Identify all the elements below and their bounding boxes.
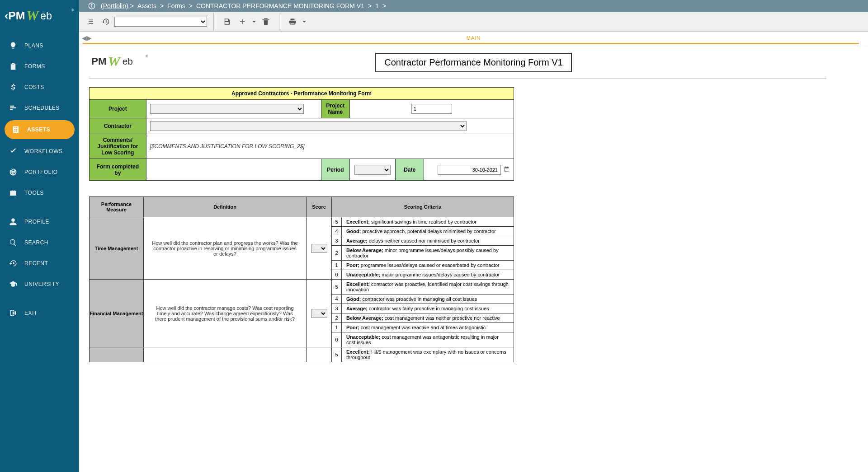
project-name-input[interactable] [411, 104, 452, 114]
graduation-icon [8, 279, 18, 289]
sidebar-item-plans[interactable]: PLANS [0, 35, 79, 56]
sidebar-item-label: PORTFOLIO [24, 169, 58, 175]
svg-text:‹PM: ‹PM [5, 9, 25, 22]
svg-text:W: W [26, 8, 40, 23]
user-icon [8, 217, 18, 227]
calendar-icon[interactable] [504, 166, 510, 173]
svg-point-6 [91, 4, 92, 5]
tab-main[interactable]: MAIN [467, 32, 481, 44]
tab-prev-icon[interactable]: ◀ [82, 34, 87, 42]
sidebar-item-label: PLANS [24, 42, 43, 49]
label-project-name: Project Name [321, 100, 349, 118]
check-icon [8, 146, 18, 156]
score-select[interactable] [311, 244, 327, 253]
app-logo: ‹PMWeb® [0, 0, 79, 32]
briefcase-icon [8, 188, 18, 198]
sidebar-item-exit[interactable]: EXIT [0, 303, 79, 323]
sidebar-item-search[interactable]: SEARCH [0, 232, 79, 253]
building-icon [11, 125, 21, 135]
sidebar-item-tools[interactable]: TOOLS [0, 182, 79, 203]
svg-text:eb: eb [40, 10, 52, 22]
sidebar-item-label: FORMS [24, 63, 45, 70]
contractor-select[interactable] [150, 121, 467, 131]
header-definition: Definition [144, 197, 307, 217]
sidebar-item-label: PROFILE [24, 219, 49, 225]
content: PMWeb® Contractor Performance Monitoring… [79, 44, 868, 472]
toolbar [79, 12, 868, 32]
bars-icon [8, 103, 18, 113]
label-date: Date [396, 159, 424, 181]
sidebar-item-label: EXIT [24, 310, 38, 316]
svg-text:®: ® [146, 54, 148, 58]
print-button[interactable] [286, 15, 299, 28]
definition-cell: How well did the contractor plan and pro… [144, 217, 307, 280]
sidebar-item-forms[interactable]: FORMS [0, 56, 79, 77]
sidebar-item-label: SEARCH [24, 239, 48, 246]
tab-next-icon[interactable]: ▶ [87, 34, 92, 42]
label-completed-by: Form completed by [90, 159, 146, 181]
sidebar-item-label: UNIVERSITY [24, 281, 59, 287]
period-select[interactable] [354, 165, 391, 175]
breadcrumb-segment: Forms [167, 2, 185, 9]
breadcrumb-segment: Assets [137, 2, 156, 9]
svg-text:W: W [108, 53, 121, 69]
definition-cell: How well did the contractor manage costs… [144, 280, 307, 347]
print-dropdown-icon[interactable] [301, 15, 307, 28]
header-criteria: Scoring Criteria [332, 197, 514, 217]
breadcrumb-portfolio[interactable]: (Portfolio) [101, 2, 128, 9]
score-select[interactable] [311, 309, 327, 318]
measure-cell: Financial Management [90, 280, 144, 347]
sidebar: ‹PMWeb® PLANS FORMS COSTS SCHEDULES ASSE… [0, 0, 79, 472]
exit-icon [8, 308, 18, 318]
project-select[interactable] [150, 104, 304, 114]
label-period: Period [321, 159, 349, 181]
document-logo: PMWeb® [91, 53, 164, 72]
history-icon [8, 258, 18, 268]
header-score: Score [307, 197, 332, 217]
svg-text:eb: eb [123, 56, 133, 66]
sidebar-item-label: SCHEDULES [24, 105, 60, 111]
tabs: ◀▶ MAIN [79, 32, 868, 44]
breadcrumb-segment: 1 [375, 2, 379, 9]
sidebar-item-label: WORKFLOWS [24, 148, 63, 154]
definition-cell [144, 347, 307, 362]
add-button[interactable] [236, 15, 249, 28]
sidebar-item-portfolio[interactable]: PORTFOLIO [0, 162, 79, 182]
form-info-table: Approved Contractors - Performance Monit… [89, 87, 514, 181]
form-title: Contractor Performance Monitoring Form V… [375, 53, 572, 72]
label-comments: Comments/ Justification for Low Scoring [90, 134, 146, 159]
sidebar-item-costs[interactable]: COSTS [0, 77, 79, 98]
sidebar-item-university[interactable]: UNIVERSITY [0, 274, 79, 294]
list-button[interactable] [84, 15, 97, 28]
record-select[interactable] [114, 17, 207, 27]
dollar-icon [8, 82, 18, 92]
history-button[interactable] [99, 15, 113, 28]
sidebar-item-recent[interactable]: RECENT [0, 253, 79, 274]
criteria-num: 5 [332, 217, 342, 227]
comments-placeholder: [$COMMENTS AND JUSTIFICATION FOR LOW SCO… [146, 134, 514, 159]
lightbulb-icon [8, 41, 18, 51]
save-button[interactable] [220, 15, 234, 28]
measure-cell [90, 347, 144, 362]
sidebar-item-assets[interactable]: ASSETS [5, 120, 75, 139]
delete-button[interactable] [259, 15, 273, 28]
label-contractor: Contractor [90, 118, 146, 134]
sidebar-item-label: RECENT [24, 260, 48, 266]
label-project: Project [90, 100, 146, 118]
form-banner: Approved Contractors - Performance Monit… [90, 88, 514, 100]
globe-icon [8, 167, 18, 177]
sidebar-item-schedules[interactable]: SCHEDULES [0, 98, 79, 118]
clipboard-icon [8, 61, 18, 71]
measure-cell: Time Management [90, 217, 144, 280]
sidebar-item-workflows[interactable]: WORKFLOWS [0, 141, 79, 162]
sidebar-item-label: COSTS [24, 84, 44, 90]
svg-text:PM: PM [91, 55, 107, 66]
header-measure: Performance Measure [90, 197, 144, 217]
sidebar-item-profile[interactable]: PROFILE [0, 211, 79, 232]
search-icon [8, 238, 18, 248]
criteria-table: Performance Measure Definition Score Sco… [89, 196, 514, 362]
info-icon[interactable] [87, 1, 96, 10]
add-dropdown-icon[interactable] [251, 15, 257, 28]
date-input[interactable] [438, 165, 501, 175]
breadcrumb-segment: CONTRACTOR PERFORMANCE MONITORING FORM V… [196, 2, 364, 9]
